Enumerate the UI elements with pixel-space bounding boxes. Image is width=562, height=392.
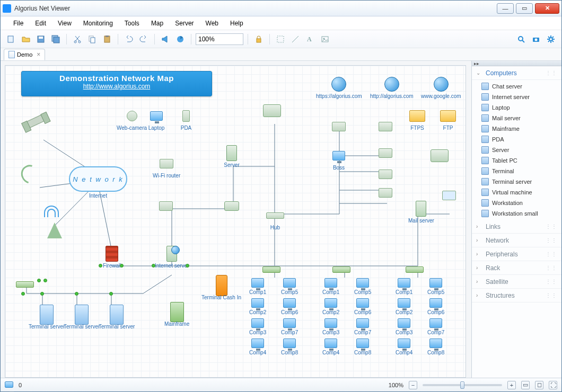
node-compE1[interactable]: Comp1: [396, 278, 412, 295]
node-wifi-router[interactable]: Wi-Fi router: [153, 156, 180, 179]
cat-satellite[interactable]: ›Satellite⋮⋮: [472, 275, 561, 289]
menu-monitoring[interactable]: Monitoring: [78, 18, 118, 29]
node-compA3[interactable]: Comp3: [249, 318, 266, 335]
node-switch-3[interactable]: [406, 262, 424, 279]
node-satellite[interactable]: [27, 113, 45, 130]
open-icon[interactable]: [20, 33, 32, 46]
item-workstation[interactable]: Workstation: [472, 198, 561, 208]
image-icon[interactable]: [319, 33, 331, 46]
node-mailserver[interactable]: Mail server: [408, 201, 434, 224]
search-icon[interactable]: [515, 33, 528, 46]
zoom-select[interactable]: [196, 33, 243, 45]
announce-icon[interactable]: [159, 33, 172, 46]
node-switch-2[interactable]: [332, 262, 350, 279]
node-compE2[interactable]: Comp2: [396, 298, 412, 315]
zoom-in-button[interactable]: +: [507, 381, 516, 389]
line-icon[interactable]: [289, 33, 302, 46]
node-terminal-server-2[interactable]: Terminal server: [64, 307, 100, 329]
node-compB1[interactable]: Comp5: [281, 278, 298, 295]
zoom-out-button[interactable]: −: [409, 381, 417, 389]
new-map-icon[interactable]: [5, 33, 17, 46]
node-compC4[interactable]: Comp4: [322, 338, 339, 355]
node-printer[interactable]: [263, 103, 281, 120]
node-wireless-tower[interactable]: [42, 203, 60, 220]
item-laptop[interactable]: Laptop: [472, 102, 561, 113]
node-boss[interactable]: Boss: [330, 148, 348, 171]
cat-peripherals[interactable]: ›Peripherals⋮⋮: [472, 247, 561, 261]
copy-icon[interactable]: [86, 33, 99, 46]
node-hub[interactable]: Hub: [266, 208, 284, 230]
node-compF4[interactable]: Comp8: [427, 338, 444, 355]
close-button[interactable]: ✕: [535, 3, 559, 14]
node-compD1[interactable]: Comp5: [354, 278, 371, 295]
banner-url[interactable]: http://www.algorius.com: [25, 83, 208, 90]
node-url-https[interactable]: https://algorius.com: [316, 76, 362, 99]
node-url-http[interactable]: http://algorius.com: [370, 76, 414, 99]
save-icon[interactable]: [34, 33, 47, 46]
menu-server[interactable]: Server: [170, 18, 199, 29]
menu-help[interactable]: Help: [225, 18, 249, 29]
undo-icon[interactable]: [122, 33, 135, 46]
node-bigprinter[interactable]: [431, 148, 449, 165]
node-compC3[interactable]: Comp3: [322, 318, 339, 335]
node-compB4[interactable]: Comp8: [281, 338, 298, 355]
node-switch-small[interactable]: [16, 277, 34, 293]
node-router[interactable]: [157, 198, 175, 215]
node-compC2[interactable]: Comp2: [322, 298, 339, 315]
node-compF1[interactable]: Comp5: [427, 278, 444, 295]
node-compE3[interactable]: Comp3: [396, 318, 412, 335]
node-switch-1[interactable]: [262, 262, 280, 279]
tab-demo[interactable]: Demo ×: [4, 49, 45, 60]
item-tablet-pc[interactable]: Tablet PC: [472, 155, 561, 166]
node-compE4[interactable]: Comp4: [396, 338, 412, 355]
item-chat-server[interactable]: Chat server: [472, 81, 561, 92]
node-internet[interactable]: Internet: [89, 193, 107, 199]
internet-cloud[interactable]: N e t w o r k: [69, 166, 127, 192]
node-ftp[interactable]: FTP: [439, 108, 457, 131]
node-compB3[interactable]: Comp7: [281, 318, 298, 335]
node-projector[interactable]: [330, 119, 348, 136]
cat-computers[interactable]: ⌄Computers⋮⋮: [472, 66, 561, 80]
fullscreen-icon[interactable]: ⛶: [549, 381, 557, 389]
node-mainframe[interactable]: Mainframe: [164, 304, 189, 327]
node-phone[interactable]: [376, 119, 394, 136]
node-fax[interactable]: [376, 185, 394, 202]
node-compB2[interactable]: Comp6: [281, 298, 298, 315]
node-compA1[interactable]: Comp1: [249, 278, 266, 295]
node-dish[interactable]: [21, 166, 39, 183]
node-laptop[interactable]: Laptop: [147, 108, 165, 131]
item-internet-server[interactable]: Internet server: [472, 92, 561, 102]
node-envelope[interactable]: [440, 188, 458, 204]
item-terminal[interactable]: Terminal: [472, 166, 561, 176]
canvas-area[interactable]: Demonstration Network Map http://www.alg…: [1, 61, 471, 378]
node-router2[interactable]: [223, 198, 241, 215]
node-compD4[interactable]: Comp8: [354, 338, 371, 355]
settings-icon[interactable]: [545, 33, 557, 46]
item-server[interactable]: Server: [472, 145, 561, 155]
zoom-slider[interactable]: [423, 384, 502, 386]
item-workstation-small[interactable]: Workstation small: [472, 208, 561, 219]
node-compF2[interactable]: Comp6: [427, 298, 444, 315]
menu-tools[interactable]: Tools: [119, 18, 145, 29]
node-scanner[interactable]: [376, 145, 394, 162]
cut-icon[interactable]: [71, 33, 84, 46]
save-all-icon[interactable]: [49, 33, 62, 46]
redo-icon[interactable]: [137, 33, 150, 46]
select-icon[interactable]: [274, 33, 287, 46]
network-map-canvas[interactable]: Demonstration Network Map http://www.alg…: [5, 65, 466, 378]
node-compD2[interactable]: Comp6: [354, 298, 371, 315]
chart-icon[interactable]: [174, 33, 187, 46]
node-antenna[interactable]: [46, 222, 64, 239]
item-pda[interactable]: PDA: [472, 134, 561, 145]
node-terminal-server-3[interactable]: Terminal server: [99, 307, 135, 329]
node-compF3[interactable]: Comp7: [427, 318, 444, 335]
node-compA2[interactable]: Comp2: [249, 298, 266, 315]
item-virtual-machine[interactable]: Virtual machine: [472, 187, 561, 198]
item-mail-server[interactable]: Mail server: [472, 113, 561, 123]
item-mainframe[interactable]: Mainframe: [472, 123, 561, 134]
cat-structures[interactable]: ›Structures⋮⋮: [472, 289, 561, 302]
paste-icon[interactable]: [101, 33, 113, 46]
menu-view[interactable]: View: [52, 18, 77, 29]
node-ftps[interactable]: FTPS: [408, 108, 426, 131]
item-terminal-server[interactable]: Terminal server: [472, 176, 561, 187]
